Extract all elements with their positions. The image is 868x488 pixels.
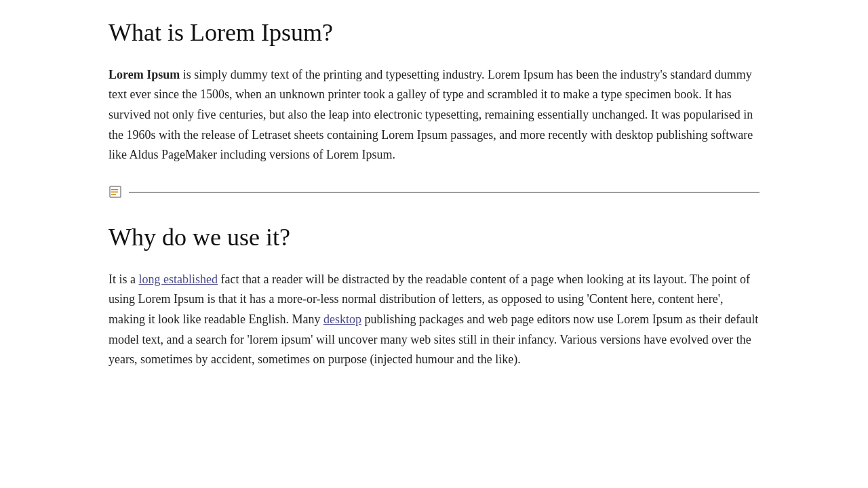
paragraph-lorem-ipsum: Lorem Ipsum is simply dummy text of the … bbox=[108, 65, 760, 165]
heading-why-use-it: Why do we use it? bbox=[108, 218, 760, 258]
paragraph-why-use-it: It is a long established fact that a rea… bbox=[108, 270, 760, 370]
page-container: What is Lorem Ipsum? Lorem Ipsum is simp… bbox=[0, 0, 868, 418]
bold-intro: Lorem Ipsum bbox=[108, 68, 180, 81]
collapse-icon[interactable] bbox=[108, 186, 123, 198]
heading-what-is-lorem-ipsum: What is Lorem Ipsum? bbox=[108, 14, 760, 53]
paragraph-lorem-ipsum-text: is simply dummy text of the printing and… bbox=[108, 68, 753, 162]
divider-area bbox=[108, 186, 760, 198]
section-why-use-it: Why do we use it? It is a long establish… bbox=[108, 218, 760, 370]
section-lorem-ipsum: What is Lorem Ipsum? Lorem Ipsum is simp… bbox=[108, 14, 760, 165]
svg-rect-2 bbox=[111, 192, 118, 193]
text-before-link1: It is a bbox=[108, 272, 139, 286]
svg-rect-1 bbox=[111, 189, 118, 190]
link-long-established[interactable]: long established bbox=[139, 272, 218, 286]
link-desktop[interactable]: desktop bbox=[323, 312, 361, 326]
svg-rect-3 bbox=[111, 194, 116, 195]
divider-line bbox=[129, 192, 760, 192]
